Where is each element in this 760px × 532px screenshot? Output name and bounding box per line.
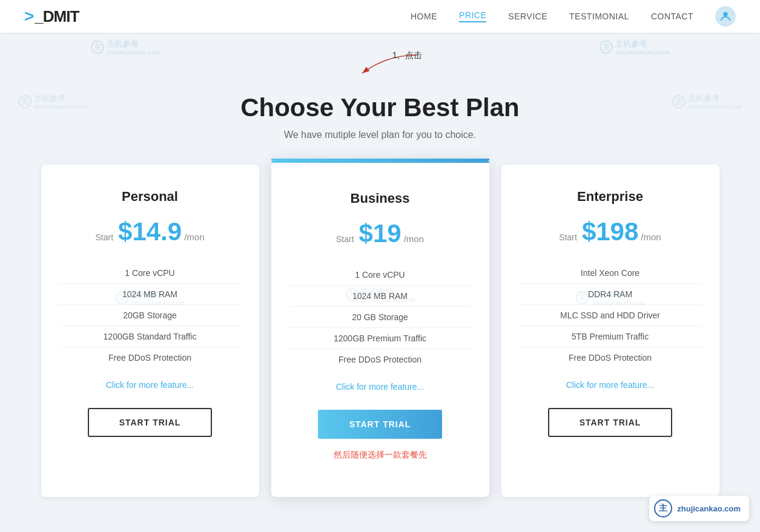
badge-text: zhujicankao.com	[677, 504, 741, 513]
section-subtitle: We have mutiple level plan for you to ch…	[24, 130, 736, 140]
enterprise-price-period: /mon	[641, 232, 661, 242]
personal-feature-1: 1 Core vCPU	[59, 263, 241, 284]
badge-icon: 主	[654, 499, 672, 517]
personal-feature-5: Free DDoS Protection	[59, 347, 241, 368]
personal-price-row: Start $14.9 /mon	[95, 219, 204, 245]
business-price-start: Start	[336, 234, 354, 244]
annotation-area: 主 主机参考 ZHUJICANKAO.COM 主 主机参考 ZHUJICANKA…	[0, 33, 760, 87]
personal-price-start: Start	[95, 232, 113, 242]
business-feature-3: 20 GB Storage	[289, 307, 471, 328]
plans-grid: 主 主机参考 ZHUJICANKAO.COM Personal Start $1…	[29, 165, 732, 497]
enterprise-feature-3: MLC SSD and HDD Driver	[520, 305, 701, 326]
watermark-top-right: 主 主机参考 ZHUJICANKAO.COM	[600, 39, 669, 56]
logo-chevron: >	[24, 7, 33, 26]
nav-contact[interactable]: CONTACT	[651, 11, 693, 21]
personal-start-trial-button[interactable]: START TRIAL	[88, 408, 213, 437]
personal-feature-2: 1024 MB RAM	[59, 284, 241, 305]
enterprise-price-amount: $198	[582, 219, 638, 245]
logo[interactable]: >_DMIT	[24, 7, 79, 26]
business-plan-name: Business	[351, 191, 410, 206]
enterprise-start-trial-button[interactable]: START TRIAL	[548, 408, 673, 437]
section-title: Choose Your Best Plan	[24, 93, 736, 122]
personal-features: 1 Core vCPU 1024 MB RAM 20GB Storage 120…	[59, 263, 241, 368]
nav-home[interactable]: HOME	[411, 11, 437, 21]
business-feature-2: 1024 MB RAM	[289, 286, 471, 307]
business-features: 1 Core vCPU 1024 MB RAM 20 GB Storage 12…	[289, 264, 471, 370]
user-avatar[interactable]	[715, 6, 736, 27]
plan-card-enterprise: 主 主机参考 ZHUJICANKAO.COM Enterprise Start …	[501, 165, 719, 497]
business-feature-1: 1 Core vCPU	[289, 264, 471, 286]
enterprise-price-start: Start	[559, 232, 577, 242]
business-bottom-annotation: 然后随便选择一款套餐先	[334, 450, 427, 461]
nav-service[interactable]: SERVICE	[508, 11, 547, 21]
enterprise-feature-2: DDR4 RAM	[520, 284, 701, 305]
personal-feature-4: 1200GB Standard Traffic	[59, 326, 241, 347]
enterprise-features: Intel Xeon Core DDR4 RAM MLC SSD and HDD…	[520, 263, 701, 368]
business-feature-4: 1200GB Premium Traffic	[289, 328, 471, 349]
navbar: >_DMIT HOME PRICE SERVICE TESTIMONIAL CO…	[0, 0, 760, 33]
business-start-trial-button[interactable]: START TRIAL	[318, 410, 443, 439]
plan-card-personal: 主 主机参考 ZHUJICANKAO.COM Personal Start $1…	[41, 165, 259, 497]
business-price-row: Start $19 /mon	[336, 221, 424, 246]
business-price-period: /mon	[404, 234, 424, 244]
nav-links: HOME PRICE SERVICE TESTIMONIAL CONTACT	[411, 6, 736, 27]
enterprise-plan-name: Enterprise	[577, 189, 643, 205]
enterprise-feature-1: Intel Xeon Core	[520, 263, 701, 284]
nav-price[interactable]: PRICE	[459, 10, 486, 22]
business-more-link[interactable]: Click for more feature...	[336, 382, 425, 392]
personal-feature-3: 20GB Storage	[59, 305, 241, 326]
personal-price-period: /mon	[184, 232, 204, 242]
main-section: 主 主机参考 ZHUJICANKAO.COM 主 主机参考 ZHUJICANKA…	[0, 87, 760, 532]
enterprise-more-link[interactable]: Click for more feature...	[566, 380, 655, 390]
step-label: 1、点击	[392, 50, 423, 61]
enterprise-feature-4: 5TB Premium Traffic	[520, 326, 701, 347]
logo-text: _DMIT	[35, 7, 79, 26]
plan-card-business: 主 主机参考 ZHUJICANKAO.COM Business Start $1…	[271, 159, 489, 497]
business-feature-5: Free DDoS Protection	[289, 349, 471, 370]
bottom-watermark-badge: 主 zhujicankao.com	[649, 496, 749, 521]
enterprise-feature-5: Free DDoS Protection	[520, 347, 701, 368]
personal-more-link[interactable]: Click for more feature...	[106, 380, 194, 390]
step-annotation: 1、点击	[344, 50, 423, 80]
business-price-amount: $19	[359, 221, 401, 246]
personal-plan-name: Personal	[122, 189, 178, 205]
svg-point-0	[723, 12, 727, 16]
enterprise-price-row: Start $198 /mon	[559, 219, 661, 245]
nav-testimonial[interactable]: TESTIMONIAL	[569, 11, 629, 21]
watermark-top-left: 主 主机参考 ZHUJICANKAO.COM	[91, 39, 160, 56]
personal-price-amount: $14.9	[118, 219, 182, 245]
